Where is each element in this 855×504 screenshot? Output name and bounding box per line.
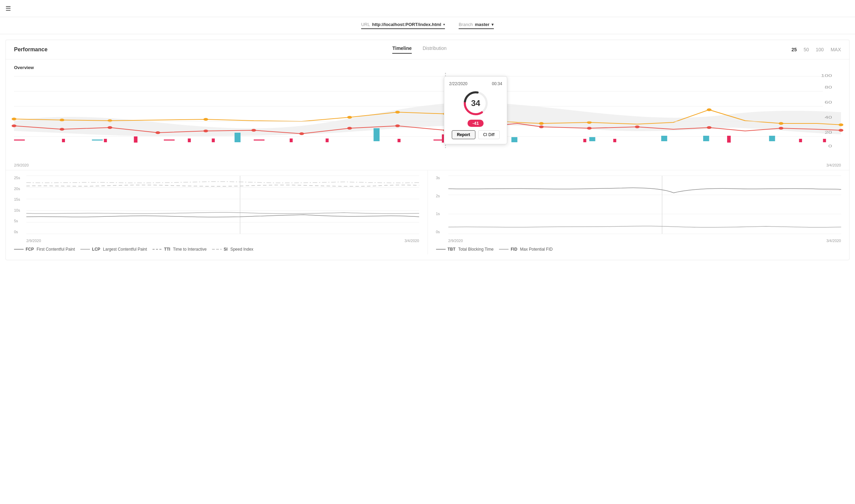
tooltip-date: 2/22/2020	[449, 81, 467, 86]
url-selector[interactable]: URL http://localhost:PORT/index.html ▾	[361, 22, 445, 29]
branch-chevron-icon: ▾	[491, 22, 494, 27]
y-0s-r: 0s	[436, 230, 446, 234]
orange-dot	[107, 119, 112, 122]
tooltip-diff: -41	[468, 120, 484, 127]
tbt-line	[448, 188, 841, 193]
bottom-left-x-axis: 2/9/2020 3/4/2020	[26, 239, 419, 243]
tooltip: 2/22/2020 00:34 34 -41 Report	[444, 76, 507, 144]
lcp-label: Largest Contentful Paint	[103, 247, 147, 252]
score-circle: 34	[462, 90, 489, 117]
tab-timeline[interactable]: Timeline	[392, 45, 412, 54]
legend-lcp: LCP Largest Contentful Paint	[80, 247, 147, 252]
branch-selector[interactable]: Branch master ▾	[459, 22, 494, 29]
orange-dot	[539, 122, 544, 125]
si-legend-line	[212, 249, 222, 250]
bar-pink	[727, 136, 731, 143]
red-dot	[60, 128, 64, 131]
tti-line	[26, 185, 419, 186]
count-100[interactable]: 100	[816, 47, 824, 52]
bar-pink	[62, 139, 65, 142]
x-end: 3/4/2020	[826, 163, 841, 167]
bar-cyan	[511, 137, 517, 142]
orange-dot	[395, 111, 400, 114]
overview-section: Overview	[6, 59, 849, 167]
bar-pink	[212, 138, 215, 142]
svg-text:40: 40	[825, 115, 832, 119]
red-dot	[839, 129, 843, 132]
y-2s: 2s	[436, 194, 446, 198]
lcp-line	[26, 212, 419, 214]
overview-svg: 100 80 60 40 20 0	[14, 73, 841, 148]
y-0s: 0s	[14, 230, 24, 234]
ci-diff-button[interactable]: CI Diff	[478, 130, 500, 139]
bar-pink	[583, 139, 587, 142]
bar-pink	[290, 138, 293, 142]
red-dot	[107, 126, 112, 129]
hamburger-icon[interactable]: ☰	[5, 5, 11, 12]
legend-fcp: FCP First Contentful Paint	[14, 247, 75, 252]
x-start: 2/9/2020	[14, 163, 29, 167]
tooltip-header: 2/22/2020 00:34	[449, 81, 502, 86]
url-chevron-icon: ▾	[443, 23, 445, 26]
y-3s: 3s	[436, 176, 446, 180]
fid-legend-line	[499, 249, 509, 250]
overview-chart: 100 80 60 40 20 0	[14, 73, 841, 162]
fid-label: Max Potential FID	[520, 247, 553, 252]
overview-label: Overview	[14, 65, 841, 70]
br-x-start: 2/9/2020	[448, 239, 463, 243]
bar-cyan	[661, 136, 667, 141]
red-dot	[587, 127, 592, 130]
tab-distribution[interactable]: Distribution	[423, 45, 447, 54]
bottom-left-chart: 25s 20s 15s 10s 5s 0s	[6, 170, 428, 254]
count-50[interactable]: 50	[804, 47, 809, 52]
bl-x-end: 3/4/2020	[405, 239, 419, 243]
red-dot	[299, 132, 304, 135]
svg-text:100: 100	[821, 74, 832, 78]
legend-fid: FID Max Potential FID	[499, 247, 553, 252]
bar-pink	[134, 136, 137, 143]
bar-pink	[823, 139, 826, 142]
red-dot	[12, 124, 16, 127]
tooltip-score: 34	[471, 98, 481, 108]
red-dot	[156, 131, 160, 134]
legend-right: TBT Total Blocking Time FID Max Potentia…	[436, 247, 841, 252]
bar-pink	[397, 139, 400, 142]
y-5s: 5s	[14, 219, 24, 223]
br-x-end: 3/4/2020	[826, 239, 841, 243]
bl-x-start: 2/9/2020	[26, 239, 41, 243]
report-button[interactable]: Report	[452, 130, 475, 139]
red-dot	[635, 125, 640, 128]
orange-dot	[839, 123, 843, 126]
svg-text:80: 80	[825, 85, 832, 89]
tbt-legend-line	[436, 249, 446, 250]
fcp-label: First Contentful Paint	[37, 247, 75, 252]
panel-title: Performance	[14, 47, 48, 53]
panel-header: Performance Timeline Distribution 25 50 …	[6, 40, 849, 59]
bar-pink	[326, 138, 329, 142]
lcp-key: LCP	[92, 247, 100, 252]
fid-line	[448, 226, 841, 227]
legend-si: SI Speed Index	[212, 247, 253, 252]
si-line	[26, 182, 419, 183]
y-15s: 15s	[14, 197, 24, 201]
red-dot	[779, 127, 784, 130]
url-label: URL	[361, 22, 370, 27]
overview-x-axis: 2/9/2020 3/4/2020	[14, 163, 841, 167]
red-dot	[347, 127, 352, 130]
orange-dot	[60, 119, 64, 121]
bar-cyan	[703, 136, 709, 141]
orange-dot	[203, 118, 208, 121]
bottom-right-chart: 3s 2s 1s 0s	[428, 170, 850, 254]
si-label: Speed Index	[230, 247, 253, 252]
red-dot	[203, 130, 208, 132]
bar-pink	[104, 139, 107, 142]
count-25[interactable]: 25	[791, 47, 797, 52]
bottom-right-svg	[448, 176, 841, 234]
count-max[interactable]: MAX	[831, 47, 841, 52]
legend-tti: TTI Time to Interactive	[153, 247, 207, 252]
dash-cyan	[92, 140, 103, 141]
bar-pink	[188, 138, 191, 142]
count-group: 25 50 100 MAX	[791, 47, 841, 52]
svg-text:0: 0	[828, 144, 832, 148]
branch-label: Branch	[459, 22, 473, 27]
